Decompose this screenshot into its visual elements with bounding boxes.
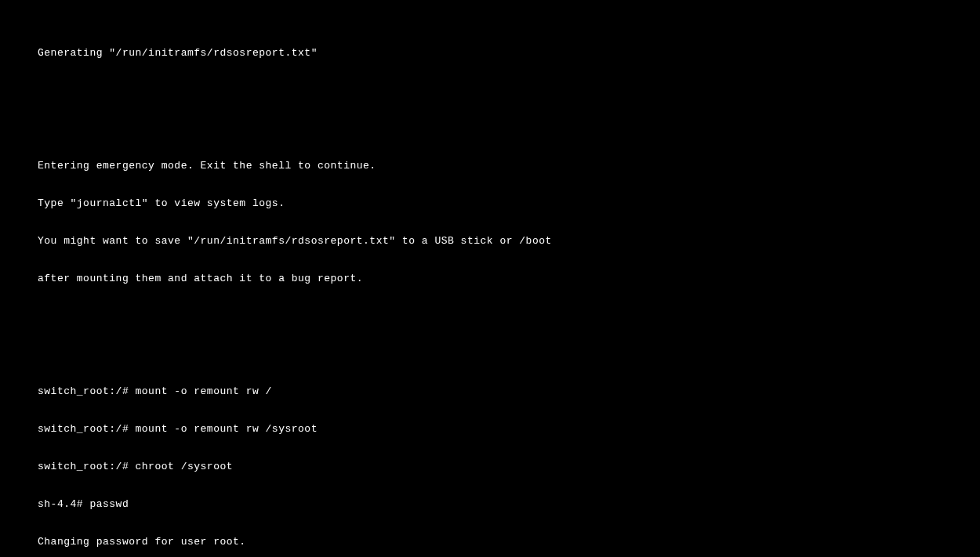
terminal-line: switch_root:/# mount -o remount rw /	[38, 385, 980, 398]
terminal-line: You might want to save "/run/initramfs/r…	[38, 235, 980, 248]
terminal-line: switch_root:/# mount -o remount rw /sysr…	[38, 423, 980, 436]
terminal-line: after mounting them and attach it to a b…	[38, 273, 980, 285]
terminal-line: Entering emergency mode. Exit the shell …	[38, 160, 980, 172]
terminal-line: Type "journalctl" to view system logs.	[38, 197, 980, 210]
terminal-line	[38, 85, 980, 97]
terminal-line: switch_root:/# chroot /sysroot	[38, 461, 980, 473]
terminal-line	[38, 348, 980, 360]
terminal-screen[interactable]: Generating "/run/initramfs/rdsosreport.t…	[0, 0, 980, 557]
terminal-line: sh-4.4# passwd	[38, 498, 980, 511]
terminal-line: Generating "/run/initramfs/rdsosreport.t…	[38, 47, 980, 60]
terminal-line	[38, 310, 980, 323]
terminal-line: Changing password for user root.	[38, 536, 980, 548]
terminal-line	[38, 122, 980, 135]
